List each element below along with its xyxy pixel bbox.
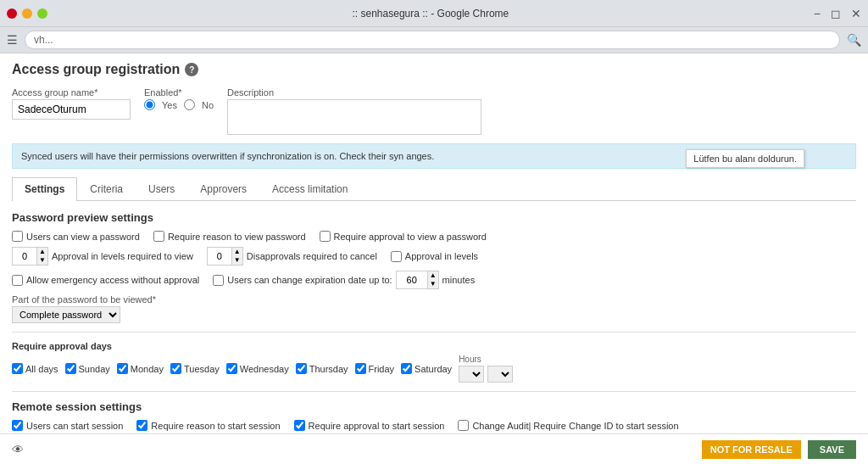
chrome-close-btn[interactable]: [7, 8, 17, 19]
require-reason-start-cb[interactable]: [136, 420, 147, 431]
friday-1-cb[interactable]: [355, 363, 366, 374]
minutes-arrows[interactable]: ▲ ▼: [427, 271, 438, 288]
days-row-1: All days Sunday Monday Tuesday Wednesday…: [12, 355, 856, 383]
require-approval-start-cb[interactable]: [294, 420, 305, 431]
sunday-1[interactable]: Sunday: [65, 363, 110, 374]
require-approval-view-checkbox[interactable]: [320, 231, 331, 242]
approval-levels-arrows[interactable]: ▲ ▼: [36, 248, 47, 265]
tab-approvers[interactable]: Approvers: [187, 177, 259, 200]
approval-days-section-1: Require approval days All days Sunday Mo…: [12, 341, 856, 383]
remote-session-title: Remote session settings: [12, 400, 856, 413]
require-approval-start-label[interactable]: Require approval to start session: [294, 420, 445, 431]
access-group-name-input[interactable]: [12, 99, 131, 120]
part-password-label: Part of the password to be viewed*: [12, 294, 856, 305]
users-can-start-label[interactable]: Users can start session: [12, 420, 123, 431]
bottom-right: NOT FOR RESALE SAVE: [702, 440, 856, 459]
remote-row-1: Users can start session Require reason t…: [12, 420, 856, 431]
approval-levels-input[interactable]: [13, 249, 36, 263]
part-password-dropdown-row: Complete password First half Second half: [12, 306, 856, 323]
chrome-minimize-btn[interactable]: [22, 8, 32, 19]
approval-levels-up[interactable]: ▲: [36, 248, 47, 256]
tooltip-text: Lütfen bu alanı doldurun.: [693, 154, 797, 164]
password-row-3: Allow emergency access without approval …: [12, 271, 856, 289]
users-can-view-password-checkbox[interactable]: [12, 231, 23, 242]
tab-access-limitation[interactable]: Access limitation: [259, 177, 360, 200]
not-for-resale-button[interactable]: NOT FOR RESALE: [702, 440, 801, 459]
require-approval-view-label[interactable]: Require approval to view a password: [320, 231, 487, 242]
chrome-maximize-btn[interactable]: [37, 8, 47, 19]
approval-in-levels-label[interactable]: Approval in levels: [391, 251, 478, 262]
url-bar[interactable]: vh...: [25, 31, 840, 49]
users-change-expiration-checkbox[interactable]: [213, 275, 224, 286]
thursday-1[interactable]: Thursday: [296, 363, 348, 374]
require-reason-start-label[interactable]: Require reason to start session: [136, 420, 280, 431]
password-row-1: Users can view a password Require reason…: [12, 231, 856, 242]
change-audit-label[interactable]: Change Audit| Require Change ID to start…: [458, 420, 678, 431]
description-textarea[interactable]: [227, 99, 481, 135]
wednesday-1-cb[interactable]: [226, 363, 237, 374]
minutes-down[interactable]: ▼: [427, 280, 438, 288]
tuesday-1-cb[interactable]: [170, 363, 181, 374]
minutes-label: minutes: [442, 275, 476, 285]
tab-criteria[interactable]: Criteria: [77, 177, 136, 200]
require-reason-view-checkbox[interactable]: [153, 231, 164, 242]
enabled-yes-radio[interactable]: [144, 99, 155, 110]
sunday-1-cb[interactable]: [65, 363, 76, 374]
chrome-action-controls[interactable]: − ◻ ✕: [814, 7, 861, 20]
password-settings-title: Password preview settings: [12, 211, 856, 224]
tab-users[interactable]: Users: [136, 177, 187, 200]
minutes-box[interactable]: ▲ ▼: [396, 271, 439, 289]
allow-emergency-label[interactable]: Allow emergency access without approval: [12, 275, 199, 286]
save-button[interactable]: SAVE: [808, 440, 856, 459]
friday-1[interactable]: Friday: [355, 363, 395, 374]
users-can-start-cb[interactable]: [12, 420, 23, 431]
all-days-1[interactable]: All days: [12, 363, 58, 374]
tab-settings[interactable]: Settings: [12, 177, 77, 201]
chrome-window-controls[interactable]: [7, 8, 47, 19]
divider-2: [12, 391, 856, 392]
wednesday-1[interactable]: Wednesday: [226, 363, 289, 374]
eye-icon[interactable]: 👁: [12, 443, 24, 456]
users-can-view-password-label[interactable]: Users can view a password: [12, 231, 140, 242]
help-icon[interactable]: ?: [185, 63, 198, 76]
approval-in-levels-checkbox[interactable]: [391, 251, 402, 262]
description-group: Description: [227, 87, 481, 135]
restore-icon[interactable]: ◻: [831, 7, 841, 20]
hours-to-select-1[interactable]: [487, 366, 513, 383]
disapprovals-down[interactable]: ▼: [231, 256, 242, 265]
tuesday-1[interactable]: Tuesday: [170, 363, 220, 374]
main-content: Access group registration ? Access group…: [0, 53, 868, 464]
part-password-select[interactable]: Complete password First half Second half: [12, 306, 120, 323]
all-days-1-cb[interactable]: [12, 363, 23, 374]
settings-icon[interactable]: ☰: [7, 33, 18, 47]
change-audit-cb[interactable]: [458, 420, 469, 431]
thursday-1-cb[interactable]: [296, 363, 307, 374]
saturday-1[interactable]: Saturday: [401, 363, 452, 374]
description-label: Description: [227, 87, 481, 98]
nav-icons[interactable]: ☰: [7, 33, 18, 47]
minutes-input[interactable]: [397, 273, 427, 287]
disapprovals-input[interactable]: [208, 249, 231, 263]
close-icon[interactable]: ✕: [851, 7, 861, 20]
minutes-up[interactable]: ▲: [427, 271, 438, 280]
disapprovals-arrows[interactable]: ▲ ▼: [231, 248, 242, 265]
hours-from-select-1[interactable]: [459, 366, 484, 383]
users-change-expiration-label[interactable]: Users can change expiration date up to:: [213, 275, 392, 286]
search-icon[interactable]: 🔍: [847, 33, 861, 47]
monday-1[interactable]: Monday: [117, 363, 164, 374]
enabled-radio-row: Yes No: [144, 99, 214, 110]
hours-label-1: Hours: [459, 355, 481, 364]
window-title: :: senhasegura :: - Google Chrome: [54, 8, 807, 20]
no-label: No: [202, 100, 214, 110]
monday-1-cb[interactable]: [117, 363, 128, 374]
allow-emergency-checkbox[interactable]: [12, 275, 23, 286]
enabled-no-radio[interactable]: [184, 99, 195, 110]
approval-levels-down[interactable]: ▼: [36, 256, 47, 265]
disapprovals-box[interactable]: ▲ ▼: [207, 247, 243, 266]
saturday-1-cb[interactable]: [401, 363, 412, 374]
disapprovals-up[interactable]: ▲: [231, 248, 242, 256]
minimize-icon[interactable]: −: [814, 7, 821, 20]
approval-levels-box[interactable]: ▲ ▼: [12, 247, 48, 266]
bottom-bar: 👁 NOT FOR RESALE SAVE: [0, 433, 868, 464]
require-reason-view-label[interactable]: Require reason to view password: [153, 231, 306, 242]
